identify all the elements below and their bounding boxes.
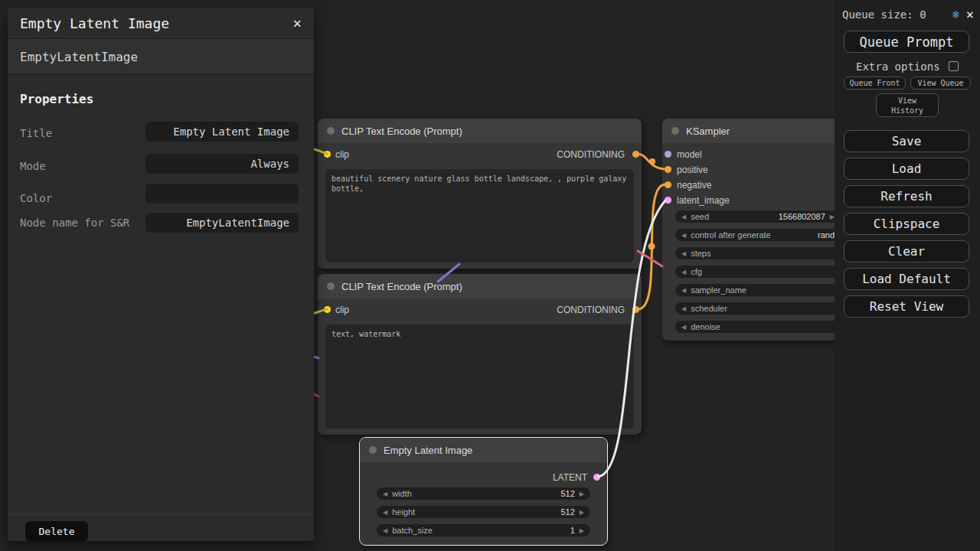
increment-arrow-icon[interactable]: ▶: [580, 491, 584, 497]
positive-input-slot[interactable]: [665, 166, 671, 173]
node-ksampler[interactable]: KSampler model positive negative latent_…: [662, 119, 841, 341]
latent-image-input-label: latent_image: [677, 195, 730, 206]
collapse-dot-icon[interactable]: [327, 282, 335, 290]
latent-output-label: LATENT: [553, 472, 587, 483]
view-history-button[interactable]: View History: [876, 93, 939, 117]
node-name-field[interactable]: EmptyLatentImage: [145, 213, 299, 233]
mode-field-label: Mode: [20, 158, 139, 174]
clear-button[interactable]: Clear: [844, 240, 969, 262]
prompt-textarea[interactable]: text, watermark: [325, 324, 634, 429]
clipspace-button[interactable]: Clipspace: [844, 213, 969, 235]
node-title: CLIP Text Encode (Prompt): [341, 126, 462, 137]
positive-input-label: positive: [677, 165, 708, 175]
widget-height[interactable]: ◀ height 512 ▶: [377, 506, 590, 518]
queue-front-button[interactable]: Queue Front: [844, 77, 906, 90]
queue-prompt-button[interactable]: Queue Prompt: [844, 31, 969, 53]
negative-input-label: negative: [677, 180, 711, 191]
node-title-bar[interactable]: CLIP Text Encode (Prompt): [318, 119, 642, 143]
decrement-arrow-icon[interactable]: ◀: [383, 527, 387, 534]
comfyui-menu-panel: Queue size: 0 ❄ × Queue Prompt Extra opt…: [835, 0, 980, 551]
widget-denoise[interactable]: ◀ denoise: [675, 321, 841, 333]
node-clip-text-encode-negative[interactable]: CLIP Text Encode (Prompt) clip CONDITION…: [318, 274, 642, 435]
dialog-divider: [8, 514, 314, 515]
decrement-arrow-icon[interactable]: ◀: [681, 214, 686, 220]
widget-label: width: [392, 489, 412, 498]
reset-view-button[interactable]: Reset View: [844, 295, 969, 318]
widget-value[interactable]: 512: [560, 507, 574, 517]
close-icon[interactable]: ×: [293, 16, 302, 31]
widget-cfg[interactable]: ◀ cfg: [675, 266, 841, 278]
decrement-arrow-icon[interactable]: ◀: [383, 509, 387, 516]
node-clip-text-encode-positive[interactable]: CLIP Text Encode (Prompt) clip CONDITION…: [318, 119, 642, 269]
widget-batch-size[interactable]: ◀ batch_size 1 ▶: [377, 524, 590, 536]
decrement-arrow-icon[interactable]: ◀: [681, 232, 686, 239]
clip-input-label: clip: [335, 149, 349, 160]
widget-label: sampler_name: [691, 285, 746, 295]
color-field-label: Color: [20, 191, 139, 206]
extra-options-label: Extra options: [856, 60, 940, 73]
node-title-bar[interactable]: KSampler: [662, 119, 841, 143]
clip-input-slot[interactable]: [324, 306, 331, 313]
collapse-dot-icon[interactable]: [369, 446, 377, 454]
widget-control-after-generate[interactable]: ◀ control after generate randomize: [675, 229, 841, 241]
widget-value[interactable]: 1: [570, 526, 575, 535]
load-default-button[interactable]: Load Default: [844, 268, 969, 290]
latent-image-input-slot[interactable]: [665, 197, 671, 204]
save-button[interactable]: Save: [844, 130, 969, 152]
node-title: KSampler: [686, 126, 730, 137]
clip-input-slot[interactable]: [324, 151, 331, 158]
widget-label: steps: [691, 249, 710, 258]
conditioning-output-slot[interactable]: [632, 306, 639, 313]
decrement-arrow-icon[interactable]: ◀: [681, 250, 686, 257]
refresh-button[interactable]: Refresh: [844, 185, 969, 207]
view-history-label: View History: [887, 96, 927, 116]
title-field[interactable]: Empty Latent Image: [145, 122, 299, 142]
node-title: CLIP Text Encode (Prompt): [341, 281, 462, 292]
settings-snowflake-icon[interactable]: ❄: [952, 8, 959, 21]
queue-size-label: Queue size: 0: [842, 8, 926, 21]
conditioning-output-slot[interactable]: [632, 151, 639, 158]
close-menu-icon[interactable]: ×: [966, 8, 974, 21]
decrement-arrow-icon[interactable]: ◀: [681, 324, 686, 331]
model-input-slot[interactable]: [665, 151, 671, 158]
extra-options-checkbox[interactable]: [949, 61, 959, 71]
prompt-textarea[interactable]: beautiful scenery nature glass bottle la…: [325, 169, 634, 262]
delete-button[interactable]: Delete: [25, 521, 88, 541]
latent-output-slot[interactable]: [593, 474, 600, 481]
widget-width[interactable]: ◀ width 512 ▶: [377, 487, 590, 500]
decrement-arrow-icon[interactable]: ◀: [681, 305, 686, 312]
node-title-bar[interactable]: Empty Latent Image: [360, 438, 607, 462]
widget-label: scheduler: [691, 304, 727, 313]
conditioning-output-label: CONDITIONING: [557, 305, 625, 315]
mode-field[interactable]: Always: [145, 154, 299, 174]
widget-label: cfg: [691, 267, 702, 276]
decrement-arrow-icon[interactable]: ◀: [383, 491, 387, 497]
widget-seed[interactable]: ◀ seed 1566802087 ▶: [675, 210, 841, 223]
widget-value[interactable]: randomize: [818, 230, 835, 240]
node-title-bar[interactable]: CLIP Text Encode (Prompt): [318, 274, 642, 298]
collapse-dot-icon[interactable]: [327, 127, 335, 135]
node-empty-latent-image[interactable]: Empty Latent Image LATENT ◀ width 512 ▶ …: [360, 438, 607, 545]
conditioning-output-label: CONDITIONING: [557, 149, 625, 160]
widget-value[interactable]: 512: [560, 489, 574, 498]
increment-arrow-icon[interactable]: ▶: [580, 527, 584, 534]
widget-sampler-name[interactable]: ◀ sampler_name: [675, 284, 841, 296]
load-button[interactable]: Load: [844, 158, 969, 180]
negative-input-slot[interactable]: [665, 181, 671, 188]
color-field[interactable]: [145, 184, 299, 204]
clip-input-label: clip: [335, 305, 349, 315]
widget-value[interactable]: 1566802087: [779, 212, 825, 221]
increment-arrow-icon[interactable]: ▶: [580, 509, 584, 516]
widget-steps[interactable]: ◀ steps: [675, 247, 841, 259]
link-midpoint-dot: [649, 158, 655, 165]
node-graph-canvas[interactable]: CLIP Text Encode (Prompt) clip CONDITION…: [0, 0, 980, 551]
widget-scheduler[interactable]: ◀ scheduler: [675, 302, 841, 315]
view-queue-button[interactable]: View Queue: [910, 77, 971, 90]
wire-negative-conditioning: [638, 184, 665, 309]
decrement-arrow-icon[interactable]: ◀: [681, 287, 686, 294]
widget-label: seed: [691, 212, 709, 221]
decrement-arrow-icon[interactable]: ◀: [681, 269, 686, 276]
collapse-dot-icon[interactable]: [671, 127, 679, 135]
title-field-label: Title: [20, 126, 139, 141]
model-input-label: model: [677, 149, 702, 160]
